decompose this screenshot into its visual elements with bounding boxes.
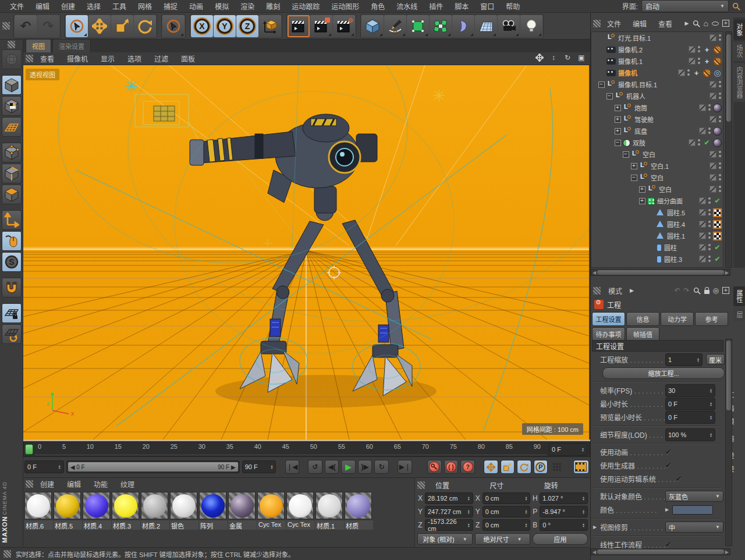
menu-item[interactable]: 脚本 [449, 0, 474, 12]
viewport-menu-item[interactable]: 查看 [34, 52, 60, 65]
visibility-dots-icon[interactable] [708, 208, 711, 217]
tab-info[interactable]: 信息 [626, 312, 659, 326]
live-selection-button[interactable] [66, 15, 88, 37]
view-clip-expand-icon[interactable]: ▶ [593, 524, 597, 530]
layer-toggle-icon[interactable] [699, 267, 706, 268]
palette-handle-icon[interactable] [8, 41, 15, 48]
expand-toggle-icon[interactable] [647, 233, 654, 239]
position-x-field[interactable]: 28.192 cm [425, 492, 473, 504]
visibility-dots-icon[interactable] [697, 45, 701, 54]
enable-check-icon[interactable] [713, 243, 722, 252]
polygons-mode-button[interactable] [2, 185, 22, 204]
lock-z-button[interactable]: Z [236, 15, 258, 37]
model-mode-button[interactable] [2, 75, 22, 95]
am-handle-icon[interactable] [593, 287, 601, 295]
viewport-menu-handle-icon[interactable] [26, 55, 33, 62]
use-mcs-checkbox[interactable]: ✔ [676, 474, 682, 483]
lock-x-button[interactable]: X [191, 15, 213, 37]
am-horizontal-scrollbar[interactable]: ◀▶ [591, 548, 730, 555]
default-color-dropdown[interactable]: 灰蓝色▼ [665, 491, 723, 502]
layer-toggle-icon[interactable] [709, 93, 716, 100]
object-tag-icon[interactable] [703, 69, 711, 77]
viewport-pan-icon[interactable] [534, 54, 545, 63]
menu-item[interactable]: 模拟 [210, 0, 234, 12]
object-row[interactable]: 空白 [591, 172, 723, 183]
expand-toggle-icon[interactable] [615, 128, 621, 134]
object-name[interactable]: 炮筒 [634, 103, 699, 112]
previous-key-button[interactable]: ◀( [325, 460, 339, 474]
om-more-icon[interactable]: ▶ [685, 20, 689, 26]
enable-check-icon[interactable] [703, 45, 711, 54]
add-environment-button[interactable] [475, 15, 497, 37]
workplane-mode-button[interactable] [2, 117, 22, 137]
expand-toggle-icon[interactable] [598, 70, 605, 76]
viewport-zoom-icon[interactable]: ↕ [548, 54, 559, 63]
object-name[interactable]: 圆柱.3 [664, 254, 699, 264]
goto-start-button[interactable]: ❘◀ [285, 460, 300, 474]
tab-view[interactable]: 视图 [26, 39, 51, 52]
layer-toggle-icon[interactable] [699, 232, 706, 239]
tab-todo[interactable]: 待办事项 [592, 327, 625, 341]
material-item[interactable]: 金属 [228, 492, 257, 547]
object-row[interactable]: 摄像机.1 [591, 55, 723, 67]
object-name[interactable]: 空白 [659, 185, 709, 194]
expand-toggle-icon[interactable] [615, 140, 621, 146]
object-tag-icon[interactable] [713, 57, 722, 66]
object-tag-icon[interactable] [713, 232, 722, 240]
add-camera-button[interactable] [498, 15, 520, 37]
scale-field[interactable]: 1 [665, 353, 703, 366]
tab-takes[interactable]: 场次 [733, 41, 745, 61]
menu-item[interactable]: 角色 [366, 0, 390, 12]
add-mograph-button[interactable] [430, 15, 452, 37]
material-item[interactable]: 材质.5 [54, 492, 82, 547]
object-row[interactable]: 细分曲面 [591, 195, 723, 207]
material-item[interactable]: 材质.1 [315, 492, 344, 547]
object-name[interactable]: 摄像机.2 [618, 45, 689, 54]
record-parameter-button[interactable]: P [534, 460, 548, 474]
scale-button[interactable] [111, 15, 133, 37]
expand-toggle-icon[interactable] [598, 47, 605, 53]
object-name[interactable]: 机器人 [626, 91, 709, 101]
expand-toggle-icon[interactable] [623, 151, 629, 158]
expand-toggle-icon[interactable] [631, 163, 637, 169]
tab-render-settings[interactable]: 渲染设置 [52, 39, 91, 52]
expand-toggle-icon[interactable] [598, 58, 605, 65]
viewport-rotate-icon[interactable]: ↻ [562, 54, 573, 63]
layer-toggle-icon[interactable] [699, 244, 706, 251]
rotation-h-field[interactable]: 1.027 ° [540, 492, 588, 504]
rotation-b-field[interactable]: 0 ° [540, 519, 588, 531]
scale-unit-button[interactable]: 厘米 [706, 354, 725, 365]
material-menu-item[interactable]: 功能 [88, 478, 113, 490]
om-search-icon[interactable] [693, 20, 700, 27]
fps-field[interactable]: 30 [665, 384, 715, 397]
object-name[interactable]: 细分曲面 [657, 196, 699, 205]
visibility-dots-icon[interactable] [708, 243, 711, 251]
object-name[interactable]: 空白 [643, 150, 709, 159]
object-row[interactable]: 圆柱.4 [591, 218, 723, 230]
tweak-mode-button[interactable] [2, 231, 22, 251]
object-row[interactable]: 圆柱.1 [591, 230, 723, 242]
goto-end-button[interactable]: ▶❘ [398, 460, 412, 474]
position-y-field[interactable]: 247.727 cm [425, 506, 473, 518]
layer-toggle-icon[interactable] [699, 221, 706, 228]
expand-toggle-icon[interactable] [639, 198, 645, 204]
object-row[interactable]: 细分曲面.1 [591, 265, 723, 268]
enable-snap-button[interactable]: S [2, 252, 22, 272]
object-name[interactable]: 摄像机 [618, 68, 678, 77]
object-row[interactable]: 摄像机.2 [591, 44, 723, 55]
enable-check-icon[interactable] [713, 197, 722, 205]
object-row[interactable]: 摄像机.目标.1 [591, 79, 723, 90]
layer-toggle-icon[interactable] [709, 162, 716, 169]
last-tool-button[interactable] [162, 15, 185, 37]
object-row[interactable]: 空白.1 [591, 160, 723, 172]
tab-layers[interactable]: 层 [733, 308, 745, 321]
snap-magnet-button[interactable] [2, 278, 22, 297]
om-menu-item[interactable]: 编辑 [627, 17, 652, 30]
material-item[interactable]: Cyc Tex [257, 492, 286, 547]
tab-reference[interactable]: 参考 [695, 312, 728, 326]
add-spline-button[interactable] [384, 15, 406, 37]
material-menu-item[interactable]: 编辑 [61, 478, 87, 490]
autokey-button[interactable]: ( ) [444, 460, 459, 474]
visibility-dots-icon[interactable] [708, 197, 711, 205]
expand-toggle-icon[interactable] [598, 81, 605, 88]
